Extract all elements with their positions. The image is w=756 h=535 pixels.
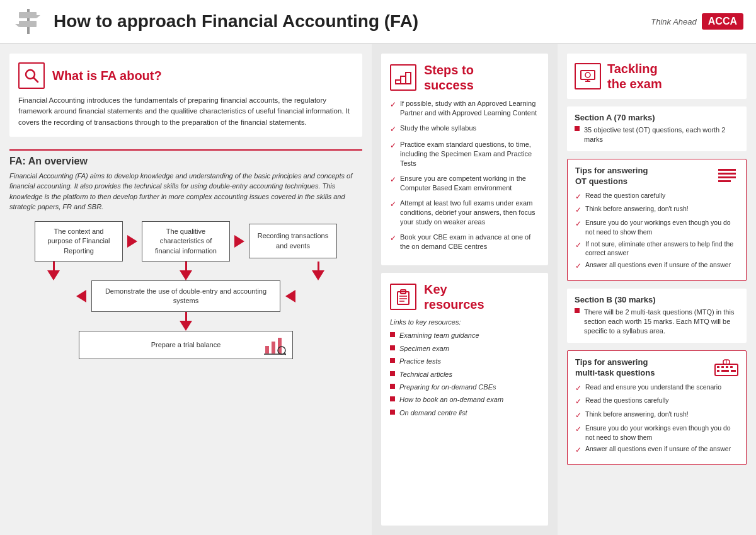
- middle-panel: Steps to success ✓ If possible, study wi…: [372, 44, 558, 535]
- checkmark-icon: ✓: [390, 175, 396, 185]
- arrow-down-1: [47, 262, 60, 280]
- lines-icon: [718, 168, 738, 185]
- svg-rect-7: [265, 346, 269, 354]
- arrow-down-3: [312, 262, 324, 280]
- tips-mtq-list: ✓ Read and ensure you understand the sce…: [575, 383, 738, 456]
- chart-icon: [264, 337, 286, 355]
- flow-box-4: Demonstrate the use of double-entry and …: [91, 280, 280, 312]
- tips-mtq-header: Tips for answering multi-task questions: [575, 357, 738, 379]
- flow-box-3: Recording transactions and events: [249, 224, 337, 258]
- resource-item: Technical articles: [390, 370, 539, 379]
- what-is-fa-body: Financial Accounting introduces the fund…: [18, 95, 353, 128]
- flow-row-1: The context and purpose of Financial Rep…: [9, 221, 362, 262]
- svg-rect-15: [406, 72, 411, 84]
- svg-rect-21: [581, 71, 595, 79]
- flow-row-3: Prepare a trial balance: [79, 331, 293, 359]
- section-b-desc: There will be 2 multi-task questions (MT…: [575, 308, 739, 337]
- bullet-icon: [390, 384, 395, 389]
- tips-ot-title: Tips for answering OT questions: [575, 166, 648, 187]
- svg-line-6: [33, 78, 38, 82]
- checkmark-icon: ✓: [575, 192, 581, 202]
- svg-point-22: [585, 72, 590, 78]
- svg-rect-34: [717, 370, 719, 372]
- section-a-box: Section A (70 marks) 35 objective test (…: [567, 106, 747, 151]
- svg-rect-25: [718, 169, 736, 171]
- tip-item: ✓ Answer all questions even if unsure of…: [575, 260, 738, 272]
- checkmark-icon: ✓: [575, 424, 581, 435]
- staircase-icon-box: [390, 64, 416, 91]
- overview-title: FA: An overview: [9, 156, 362, 167]
- svg-rect-8: [272, 342, 275, 354]
- red-divider: [9, 149, 362, 151]
- checkmark-icon: ✓: [390, 141, 396, 151]
- svg-marker-4: [15, 24, 19, 27]
- step-item: ✓ Practice exam standard questions, to t…: [390, 140, 539, 169]
- tip-item: ✓ Answer all questions even if unsure of…: [575, 444, 738, 456]
- svg-rect-33: [730, 366, 733, 368]
- svg-rect-32: [726, 366, 728, 368]
- svg-rect-26: [718, 173, 736, 175]
- bullet-icon: [390, 371, 395, 376]
- right-panel: Tackling the exam Section A (70 marks) 3…: [558, 44, 756, 535]
- key-resources-section: Key resources Links to key resources: Ex…: [381, 273, 548, 526]
- bullet-icon: [390, 332, 395, 337]
- checkmark-icon: ✓: [575, 396, 581, 407]
- tip-item: ✓ If not sure, eliminate other answers t…: [575, 239, 738, 258]
- clipboard-icon: [394, 288, 412, 306]
- what-is-fa-title: What is FA about?: [52, 69, 162, 83]
- section-b-box: Section B (30 marks) There will be 2 mul…: [567, 289, 747, 343]
- bullet-icon: [390, 410, 395, 415]
- checkmark-icon: ✓: [390, 233, 396, 244]
- tips-mtq-title: Tips for answering multi-task questions: [575, 357, 655, 379]
- step-item: ✓ If possible, study with an Approved Le…: [390, 99, 539, 118]
- resources-title: Key resources: [424, 282, 484, 312]
- bullet-icon: [390, 396, 395, 401]
- brand-area: Think Ahead ACCA: [651, 13, 743, 30]
- flow-down-arrows: [41, 262, 331, 280]
- checkmark-icon: ✓: [575, 219, 581, 229]
- bullet-icon: [575, 126, 580, 131]
- arrow-1: [123, 235, 142, 248]
- checkmark-icon: ✓: [575, 445, 581, 456]
- checkmark-icon: ✓: [390, 100, 396, 110]
- resources-list: Examining team guidance Specimen exam Pr…: [390, 331, 539, 418]
- arrow-left-4: [76, 290, 86, 302]
- svg-marker-2: [37, 15, 40, 18]
- svg-rect-3: [19, 21, 37, 27]
- arrow-2: [230, 235, 249, 248]
- section-b-label: Section B (30 marks): [575, 295, 739, 304]
- checkmark-icon: ✓: [390, 124, 396, 135]
- clipboard-icon-box: [390, 284, 416, 310]
- checkmark-icon: ✓: [575, 205, 581, 216]
- overview-body: Financial Accounting (FA) aims to develo…: [9, 171, 362, 212]
- tip-item: ✓ Ensure you do your workings even thoug…: [575, 218, 738, 236]
- svg-rect-31: [721, 366, 724, 368]
- staircase-icon: [394, 69, 412, 86]
- checkmark-icon: ✓: [575, 383, 581, 394]
- section-a-label: Section A (70 marks): [575, 113, 739, 122]
- monitor-icon: [579, 67, 597, 85]
- checkmark-icon: ✓: [575, 240, 581, 251]
- resources-header: Key resources: [390, 282, 539, 312]
- tackling-title: Tackling the exam: [607, 61, 662, 91]
- steps-list: ✓ If possible, study with an Approved Le…: [390, 99, 539, 251]
- arrow-down-4: [180, 312, 192, 331]
- step-item: ✓ Ensure you are competent working in th…: [390, 174, 539, 193]
- what-is-fa-section: What is FA about? Financial Accounting i…: [9, 54, 362, 137]
- resource-item: Practice tests: [390, 357, 539, 366]
- svg-rect-13: [396, 80, 401, 84]
- svg-rect-27: [718, 176, 736, 178]
- left-panel: What is FA about? Financial Accounting i…: [0, 44, 372, 535]
- checkmark-icon: ✓: [575, 261, 581, 272]
- tip-item: ✓ Ensure you do your workings even thoug…: [575, 423, 738, 442]
- flow-box-2: The qualitive characteristics of financi…: [142, 221, 230, 262]
- resources-subtitle: Links to key resources:: [390, 318, 539, 326]
- tips-ot-header: Tips for answering OT questions: [575, 166, 738, 187]
- tip-item: ✓ Read the questions carefully: [575, 396, 738, 407]
- svg-rect-35: [721, 370, 729, 372]
- step-item: ✓ Book your CBE exam in advance at one o…: [390, 233, 539, 252]
- svg-rect-14: [401, 76, 406, 84]
- arrow-down-2: [180, 262, 192, 280]
- magnifier-icon-box: [18, 62, 45, 89]
- tips-ot-box: Tips for answering OT questions ✓ Read t…: [567, 159, 747, 281]
